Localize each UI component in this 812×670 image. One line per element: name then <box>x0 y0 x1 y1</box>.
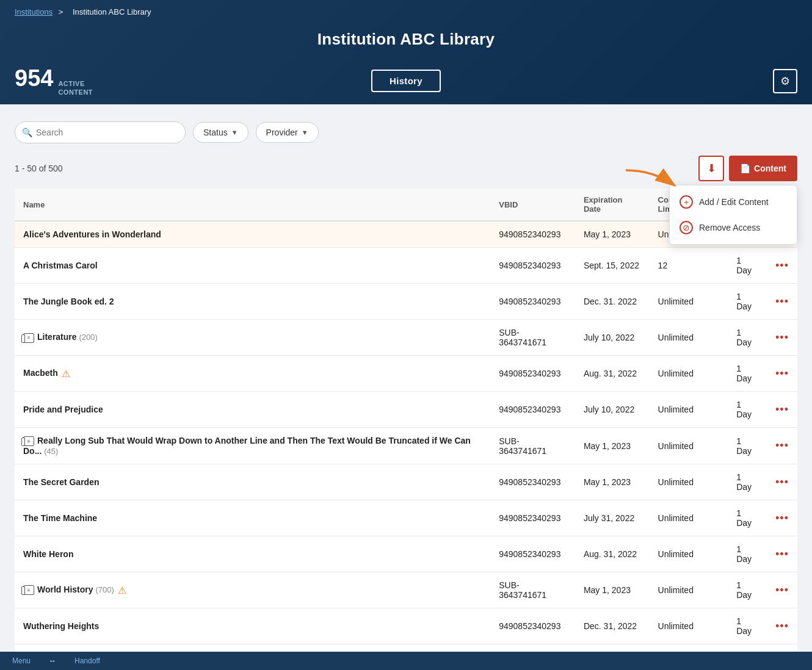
results-count: 1 - 50 of 500 <box>15 164 63 173</box>
row-menu-button[interactable]: ••• <box>775 512 789 524</box>
header-title-section: Institution ABC Library <box>0 24 812 61</box>
book-title: The Time Machine <box>23 513 97 523</box>
cell-name: A Christmas Carol <box>15 248 490 284</box>
arrow-annotation <box>623 167 678 203</box>
plus-circle-icon: + <box>680 195 693 209</box>
download-button[interactable]: ⬇ <box>698 156 724 181</box>
cell-conc-user: Unlimited <box>650 572 728 608</box>
book-title: Wuthering Heights <box>23 621 99 631</box>
cell-name: The Secret Garden <box>15 464 490 500</box>
table-row: ≡Really Long Sub That Would Wrap Down to… <box>15 428 797 464</box>
table-row: The Time Machine9490852340293July 31, 20… <box>15 500 797 536</box>
history-button[interactable]: History <box>371 70 441 92</box>
gear-button[interactable]: ⚙ <box>773 69 797 93</box>
table-row: The Jungle Book ed. 29490852340293Dec. 3… <box>15 284 797 320</box>
book-title: White Heron <box>23 549 73 559</box>
header-toolbar: 954 ACTIVE CONTENT History ⚙ <box>0 61 812 104</box>
cell-vbid: 9490852340293 <box>490 464 575 500</box>
cell-name: ≡World History (700)⚠ <box>15 572 490 608</box>
active-number: 954 <box>15 65 53 92</box>
cell-vbid: SUB-3643741671 <box>490 320 575 356</box>
table-body: Alice's Adventures in Wonderland94908523… <box>15 221 797 670</box>
cell-conc-user: Unlimited <box>650 320 728 356</box>
table-row: ≡World History (700)⚠SUB-3643741671May 1… <box>15 572 797 608</box>
table-row: Pride and Prejudice9490852340293July 10,… <box>15 392 797 428</box>
download-icon: ⬇ <box>707 162 716 175</box>
row-menu-button[interactable]: ••• <box>775 476 789 488</box>
gear-icon: ⚙ <box>780 74 790 88</box>
content-doc-icon: 📄 <box>740 164 750 173</box>
cell-actions: ••• <box>767 284 797 320</box>
cell-b: 1 Day <box>728 428 767 464</box>
search-input[interactable] <box>15 121 186 143</box>
cell-conc-user: Unlimited <box>650 500 728 536</box>
cell-name: The Time Machine <box>15 500 490 536</box>
row-menu-button[interactable]: ••• <box>775 439 789 452</box>
cell-vbid: 9490852340293 <box>490 221 575 248</box>
cell-b: 1 Day <box>728 572 767 608</box>
row-menu-button[interactable]: ••• <box>775 295 789 308</box>
cell-vbid: SUB-3643741671 <box>490 428 575 464</box>
cell-expiration: May 1, 2023 <box>575 572 650 608</box>
cell-name: Pride and Prejudice <box>15 392 490 428</box>
footer-handoff-link[interactable]: Handoff <box>74 657 100 665</box>
footer-divider: ↔ <box>49 657 56 665</box>
page-title: Institution ABC Library <box>15 30 797 49</box>
chevron-down-icon: ▼ <box>231 129 238 136</box>
cell-b: 1 Day <box>728 356 767 392</box>
active-content-count: 954 ACTIVE CONTENT <box>15 65 93 96</box>
book-title: The Secret Garden <box>23 477 100 487</box>
row-menu-button[interactable]: ••• <box>775 584 789 596</box>
cell-name: Macbeth⚠ <box>15 356 490 392</box>
remove-access-item[interactable]: ⊘ Remove Access <box>670 215 797 240</box>
sub-icon: ≡ <box>23 585 34 595</box>
cell-b: 1 Day <box>728 536 767 572</box>
cell-expiration: Aug. 31, 2022 <box>575 536 650 572</box>
row-menu-button[interactable]: ••• <box>775 403 789 416</box>
row-menu-button[interactable]: ••• <box>775 367 789 380</box>
book-title: Macbeth <box>23 368 58 378</box>
cell-vbid: 9490852340293 <box>490 392 575 428</box>
cell-vbid: 9490852340293 <box>490 248 575 284</box>
filter-bar: 🔍 Status ▼ Provider ▼ <box>15 121 797 143</box>
breadcrumb: Institutions > Institution ABC Library <box>0 0 812 24</box>
cell-expiration: May 1, 2023 <box>575 221 650 248</box>
col-vbid: VBID <box>490 189 575 221</box>
status-filter-button[interactable]: Status ▼ <box>193 122 248 143</box>
cell-expiration: July 31, 2022 <box>575 500 650 536</box>
sub-count: (45) <box>44 447 58 456</box>
cell-conc-user: Unlimited <box>650 284 728 320</box>
cell-name: ≡Literature (200) <box>15 320 490 356</box>
sub-icon: ≡ <box>23 436 34 446</box>
cell-actions: ••• <box>767 248 797 284</box>
add-edit-content-item[interactable]: + Add / Edit Content <box>670 189 797 215</box>
footer-menu-link[interactable]: Menu <box>12 657 31 665</box>
provider-filter-button[interactable]: Provider ▼ <box>256 122 319 143</box>
cell-actions: ••• <box>767 392 797 428</box>
cell-name: The Jungle Book ed. 2 <box>15 284 490 320</box>
book-title: Really Long Sub That Would Wrap Down to … <box>23 436 471 456</box>
content-button[interactable]: 📄 Content <box>729 156 797 181</box>
cell-b: 1 Day <box>728 500 767 536</box>
cell-actions: ••• <box>767 536 797 572</box>
cell-actions: ••• <box>767 572 797 608</box>
breadcrumb-current: Institution ABC Library <box>73 7 151 16</box>
cell-expiration: Aug. 31, 2022 <box>575 356 650 392</box>
cell-conc-user: Unlimited <box>650 356 728 392</box>
book-title: Literature <box>37 332 77 342</box>
row-menu-button[interactable]: ••• <box>775 548 789 560</box>
results-row: 1 - 50 of 500 ⬇ 📄 Content <box>15 156 797 181</box>
content-dropdown-menu: + Add / Edit Content ⊘ Remove Access <box>669 185 797 245</box>
sub-count: (700) <box>95 585 114 594</box>
row-menu-button[interactable]: ••• <box>775 259 789 272</box>
breadcrumb-separator: > <box>59 7 63 16</box>
row-menu-button[interactable]: ••• <box>775 331 789 344</box>
table-row: ≡Literature (200)SUB-3643741671July 10, … <box>15 320 797 356</box>
book-title: Alice's Adventures in Wonderland <box>23 229 161 239</box>
breadcrumb-parent-link[interactable]: Institutions <box>15 7 53 16</box>
warning-icon: ⚠ <box>60 368 71 379</box>
row-menu-button[interactable]: ••• <box>775 620 789 632</box>
cell-expiration: Dec. 31. 2022 <box>575 284 650 320</box>
cell-b: 1 Day <box>728 392 767 428</box>
cell-expiration: July 10, 2022 <box>575 320 650 356</box>
